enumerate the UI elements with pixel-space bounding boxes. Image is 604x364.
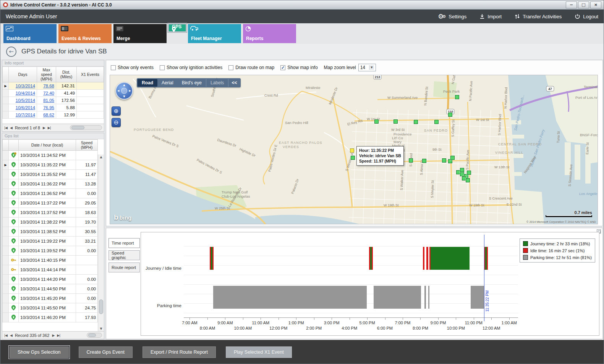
max-speed-link[interactable]: 72.40: [43, 91, 54, 95]
info-report-row[interactable]: 10/5/201481.05172.56: [3, 97, 104, 104]
footer-button-play-selected-x1-event[interactable]: Play Selected X1 Event: [226, 346, 292, 358]
zoom-in-button[interactable]: ⊕: [112, 106, 121, 116]
gps-marker[interactable]: [434, 120, 439, 124]
max-speed-link[interactable]: 78.68: [43, 84, 54, 88]
close-button[interactable]: ×: [590, 2, 601, 8]
pan-west-icon[interactable]: ◀: [117, 89, 119, 92]
date-link[interactable]: 10/3/2014: [16, 84, 35, 88]
map-compass-control[interactable]: ▲ ▼ ◀ ▶: [115, 82, 133, 100]
selected-gps-marker[interactable]: [350, 148, 354, 153]
back-button[interactable]: ←: [6, 47, 16, 57]
gps-marker[interactable]: [422, 159, 426, 163]
max-speed-link[interactable]: 81.05: [43, 98, 54, 103]
gps-list-row[interactable]: 10/3/2014 11:34:52 PM: [3, 151, 98, 160]
date-link[interactable]: 10/6/2014: [16, 105, 35, 110]
map-canvas[interactable]: MiralestePeck ParkW Summerland AveCrest …: [110, 75, 598, 224]
scroll-up-icon[interactable]: ▲: [98, 155, 104, 159]
nav-tile-merge[interactable]: Merge: [113, 24, 167, 43]
max-speed-link[interactable]: 68.62: [43, 113, 54, 117]
info-report-row[interactable]: 10/6/201476.955.88: [3, 104, 104, 111]
gps-list-row[interactable]: 10/3/2014 11:35:52 PM11.47: [3, 170, 98, 179]
pan-south-icon[interactable]: ▼: [123, 95, 125, 98]
gps-marker[interactable]: [460, 172, 464, 176]
gps-list-row[interactable]: 10/3/2014 11:36:22 PM13.28: [3, 179, 98, 189]
gps-list-row[interactable]: 10/3/2014 11:36:52 PM0.00: [3, 189, 98, 198]
max-speed-link[interactable]: 76.95: [43, 105, 54, 110]
scrollbar-thumb[interactable]: [71, 126, 84, 129]
gps-marker[interactable]: [450, 156, 455, 160]
pager-nav-button[interactable]: ▶: [43, 126, 45, 130]
map-view-bird-s-eye[interactable]: Bird's eye: [178, 79, 206, 87]
gps-list-row[interactable]: 10/3/2014 11:46:20 PM17.93: [3, 313, 98, 322]
gps-list-row[interactable]: 10/3/2014 11:45:50 PM24.75: [3, 303, 98, 313]
maximize-button[interactable]: □: [578, 2, 589, 8]
minimize-button[interactable]: −: [566, 2, 577, 8]
scrollbar-thumb[interactable]: [88, 333, 96, 337]
scroll-down-icon[interactable]: ▼: [98, 327, 104, 330]
pager-nav-button[interactable]: ◀: [10, 126, 12, 130]
nav-tile-fleet[interactable]: Fleet Manager: [188, 24, 241, 43]
gps-marker[interactable]: [393, 119, 398, 124]
gps-marker[interactable]: [455, 95, 459, 99]
action-import[interactable]: Import: [479, 14, 502, 19]
gps-list-row[interactable]: 10/3/2014 11:37:52 PM18.63: [3, 208, 98, 217]
pager-nav-button[interactable]: |◀: [4, 126, 7, 130]
gps-marker[interactable]: [467, 171, 471, 175]
map-view-aerial[interactable]: Aerial: [157, 79, 178, 87]
footer-button-export-print-route-report[interactable]: Export / Print Route Report: [142, 346, 216, 358]
gps-list-row[interactable]: 10/3/2014 11:44:14 PM: [3, 265, 98, 275]
gps-marker[interactable]: [460, 168, 464, 172]
tab-speed-graphic[interactable]: Speed graphic: [108, 250, 140, 260]
checkbox-draw-route-on-map[interactable]: Draw route on map: [228, 65, 274, 70]
compass-center[interactable]: [121, 88, 127, 94]
gps-list-row[interactable]: 10/3/2014 11:45:20 PM0.00: [3, 294, 98, 303]
action-settings[interactable]: ⚙⚙Settings: [438, 13, 466, 20]
gps-marker[interactable]: [409, 158, 413, 163]
tab-route-report[interactable]: Route report: [108, 263, 140, 272]
info-report-row[interactable]: 10/4/201472.4041.49: [3, 90, 104, 97]
gps-marker[interactable]: [414, 120, 418, 124]
date-link[interactable]: 10/4/2014: [16, 91, 35, 95]
map-zoom-select[interactable]: 14▼: [358, 64, 376, 71]
gps-list-row[interactable]: 10/3/2014 11:37:22 PM29.05: [3, 198, 98, 208]
gps-list-row[interactable]: 10/3/2014 11:39:52 PM0.00: [3, 246, 98, 256]
map-view-labels[interactable]: Labels: [206, 79, 228, 87]
checkbox-show-only-events[interactable]: Show only events: [111, 65, 154, 70]
date-link[interactable]: 10/5/2014: [16, 98, 35, 103]
checkbox-show-only-ignition-activities[interactable]: Show only ignition activities: [160, 65, 222, 70]
pager-nav-button[interactable]: ◀: [10, 333, 12, 337]
gps-marker[interactable]: [374, 119, 379, 124]
gps-list-row[interactable]: 10/3/2014 11:38:22 PM19.70: [3, 217, 98, 227]
info-report-row[interactable]: ▶10/3/201478.68142.31: [3, 82, 104, 90]
gps-list-row[interactable]: 10/3/2014 11:39:22 PM33.21: [3, 237, 98, 246]
vertical-scrollbar[interactable]: ▲ ▼: [98, 155, 104, 331]
zoom-out-button[interactable]: ⊖: [112, 118, 121, 127]
nav-tile-reports[interactable]: Reports: [243, 24, 296, 43]
pager-nav-button[interactable]: |◀: [4, 333, 7, 337]
gps-list-row[interactable]: 10/3/2014 11:38:52 PM30.55: [3, 227, 98, 237]
gps-marker[interactable]: [466, 178, 470, 182]
gps-list-row[interactable]: 10/3/2014 11:40:15 PM: [3, 256, 98, 265]
gps-marker[interactable]: [351, 156, 355, 160]
pan-north-icon[interactable]: ▲: [123, 84, 125, 87]
nav-tile-dashboard[interactable]: Dashboard: [3, 24, 57, 43]
footer-button-show-gps-selection[interactable]: Show Gps Selection: [10, 346, 69, 358]
horizontal-scrollbar[interactable]: [87, 333, 102, 338]
map-collapse-button[interactable]: <<: [228, 79, 240, 87]
gps-list-row[interactable]: 10/3/2014 11:44:20 PM0.00: [3, 275, 98, 284]
footer-button-create-gps-event[interactable]: Create Gps Event: [79, 346, 133, 358]
tab-time-report[interactable]: Time report: [108, 238, 140, 248]
pager-nav-button[interactable]: ▶: [52, 333, 54, 337]
gps-list-row[interactable]: ▶10/3/2014 11:35:22 PM11.97: [3, 160, 98, 170]
info-report-row[interactable]: 10/7/201468.6212.99: [3, 111, 104, 119]
horizontal-scrollbar[interactable]: [70, 125, 102, 130]
checkbox-show-map-info[interactable]: ✓Show map info: [280, 65, 317, 70]
action-logout[interactable]: Logout: [575, 14, 598, 19]
scrollbar-thumb[interactable]: [99, 300, 103, 314]
map-view-road[interactable]: Road: [138, 79, 157, 87]
pager-nav-button[interactable]: ▶|: [57, 333, 60, 337]
gps-list-row[interactable]: 10/3/2014 11:44:50 PM0.00: [3, 284, 98, 294]
gps-marker[interactable]: [448, 113, 452, 117]
pager-nav-button[interactable]: ▶|: [48, 126, 51, 130]
action-transfer[interactable]: Transfer Activities: [515, 14, 562, 19]
